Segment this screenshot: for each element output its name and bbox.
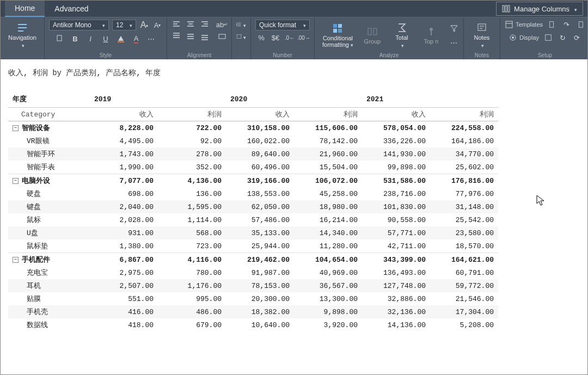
data-row[interactable]: 硬盘698.00136.00138,553.0045,258.00238,716… — [8, 187, 498, 200]
percent-icon[interactable]: % — [256, 33, 266, 42]
group-label-setup: Setup — [505, 51, 585, 58]
manage-columns-button[interactable]: Manage Columns — [496, 2, 583, 16]
sigma-icon — [396, 22, 407, 33]
layout-icon[interactable] — [543, 33, 553, 42]
font-color-button[interactable]: A — [131, 34, 141, 44]
header-year: 年度 — [8, 91, 90, 108]
category-row[interactable]: −手机配件6,867.004,116.00219,462.00104,654.0… — [8, 253, 498, 267]
increase-decimal-icon[interactable]: .00→ — [299, 33, 309, 42]
data-row[interactable]: 智能手表1,990.00352.0060,496.0015,504.0099,8… — [8, 161, 498, 174]
col-profit: 利润 — [430, 108, 498, 121]
font-family-select[interactable]: Antikor Mono — [49, 20, 109, 30]
group-label-analyze: Analyze — [319, 51, 459, 58]
svg-point-19 — [512, 36, 514, 39]
analyze-more-icon[interactable]: ⋯ — [449, 38, 459, 47]
year-col-1[interactable]: 2020 — [226, 91, 362, 108]
col-profit: 利润 — [158, 108, 226, 121]
font-size-select[interactable]: 12 — [112, 20, 136, 30]
filter-icon[interactable] — [449, 23, 459, 33]
data-row[interactable]: 贴膜551.00995.0020,300.0013,300.0032,886.0… — [8, 292, 498, 305]
pivot-table[interactable]: 年度 2019 2020 2021 Category 收入利润 收入利润 收入利… — [8, 91, 498, 331]
data-row[interactable]: 充电宝2,975.00780.0091,987.0040,969.00136,4… — [8, 266, 498, 279]
svg-rect-12 — [373, 28, 377, 35]
data-row[interactable]: 键盘2,040.001,595.0062,050.0018,980.00101,… — [8, 200, 498, 213]
notes-button[interactable]: Notes — [468, 21, 495, 50]
notes-icon — [476, 22, 487, 33]
redo-arrow-icon[interactable]: ↷ — [561, 20, 571, 29]
redo-icon[interactable]: ↻ — [558, 33, 567, 42]
chevron-down-icon — [128, 21, 132, 29]
align-right-icon[interactable] — [200, 20, 210, 29]
chevron-down-icon — [20, 42, 24, 48]
tab-advanced[interactable]: Advanced — [45, 1, 98, 16]
collapse-icon[interactable]: − — [13, 257, 19, 263]
data-row[interactable]: 耳机2,507.001,176.0078,153.0036,567.00127,… — [8, 279, 498, 292]
header-category: Category — [8, 108, 90, 121]
svg-rect-1 — [505, 5, 507, 12]
tab-home[interactable]: Home — [5, 1, 45, 17]
svg-rect-8 — [338, 24, 342, 28]
data-row[interactable]: 手机壳416.00486.0018,382.009,898.0032,136.0… — [8, 305, 498, 318]
svg-point-13 — [430, 28, 433, 31]
data-row[interactable]: 数据线418.00679.0010,640.003,920.0014,136.0… — [8, 318, 498, 331]
svg-rect-17 — [579, 22, 583, 28]
svg-rect-3 — [57, 35, 62, 41]
svg-rect-16 — [550, 22, 554, 28]
fill-color-button[interactable] — [116, 34, 126, 44]
bold-button[interactable]: B — [70, 34, 80, 44]
valign-mid-icon[interactable] — [186, 32, 195, 41]
data-row[interactable]: 鼠标2,028.001,114.0057,486.0016,214.0090,5… — [8, 213, 498, 226]
data-row[interactable]: VR眼镜4,495.0092.00160,022.0078,142.00336,… — [8, 134, 498, 147]
style-more-icon[interactable]: ⋯ — [146, 34, 156, 44]
templates-button[interactable]: Templates — [505, 20, 543, 29]
data-row[interactable]: 鼠标垫1,380.00723.0025,944.0011,280.0042,71… — [8, 239, 498, 253]
total-button[interactable]: Total — [388, 21, 415, 50]
data-row[interactable]: 智能手环1,743.00278.0089,640.0021,960.00141,… — [8, 147, 498, 161]
group-label-number: Number — [255, 51, 310, 58]
currency-icon[interactable]: $€ — [271, 33, 280, 42]
year-col-2[interactable]: 2021 — [362, 91, 498, 108]
collapse-icon[interactable]: − — [13, 178, 19, 184]
underline-button[interactable]: U — [101, 34, 111, 44]
topn-icon — [426, 26, 437, 37]
top-n-button[interactable]: Top n — [418, 25, 445, 46]
indent-icon[interactable] — [236, 32, 246, 41]
next-page-icon[interactable] — [575, 20, 585, 29]
increase-font-icon[interactable]: A▴ — [139, 20, 149, 30]
valign-bot-icon[interactable] — [200, 32, 210, 41]
chevron-down-icon — [573, 5, 577, 13]
svg-rect-2 — [508, 5, 510, 12]
collapse-icon[interactable]: − — [13, 125, 19, 131]
display-button[interactable]: Display — [509, 33, 539, 42]
navigation-icon — [17, 22, 28, 33]
svg-rect-11 — [368, 28, 371, 35]
decrease-decimal-icon[interactable]: .0← — [285, 33, 295, 42]
group-label-alignment: Alignment — [171, 51, 227, 58]
conditional-formatting-button[interactable]: Conditionalformatting — [319, 22, 357, 49]
category-row[interactable]: −电脑外设7,077.004,136.00319,166.00106,072.0… — [8, 174, 498, 188]
valign-top-icon[interactable] — [171, 32, 181, 41]
svg-rect-6 — [237, 35, 241, 39]
refresh-icon[interactable]: ⟳ — [572, 33, 581, 42]
line-spacing-icon[interactable] — [236, 20, 246, 29]
merge-icon[interactable] — [217, 32, 227, 41]
navigation-button[interactable]: Navigation — [5, 21, 40, 50]
navigation-label: Navigation — [8, 34, 36, 41]
align-center-icon[interactable] — [186, 20, 195, 29]
quick-format-select[interactable]: Quick format — [255, 20, 310, 30]
undo-page-icon[interactable] — [547, 20, 557, 29]
align-left-icon[interactable] — [171, 20, 181, 29]
col-rev: 收入 — [362, 108, 430, 121]
col-profit: 利润 — [294, 108, 362, 121]
group-button[interactable]: Group — [359, 25, 386, 46]
italic-button[interactable]: I — [85, 34, 95, 44]
data-row[interactable]: U盘931.00568.0035,133.0014,340.0057,771.0… — [8, 226, 498, 239]
manage-columns-label: Manage Columns — [514, 5, 569, 13]
copy-format-icon[interactable] — [55, 34, 65, 44]
content-area: 收入, 利润 by 产品类别, 产品名称, 年度 年度 2019 2020 20… — [1, 59, 587, 340]
svg-rect-10 — [338, 29, 342, 33]
year-col-0[interactable]: 2019 — [90, 91, 226, 108]
wrap-text-button[interactable]: ab↵ — [217, 20, 227, 29]
decrease-font-icon[interactable]: A▾ — [152, 20, 162, 30]
category-row[interactable]: −智能设备8,228.00722.00310,158.00115,606.005… — [8, 121, 498, 135]
